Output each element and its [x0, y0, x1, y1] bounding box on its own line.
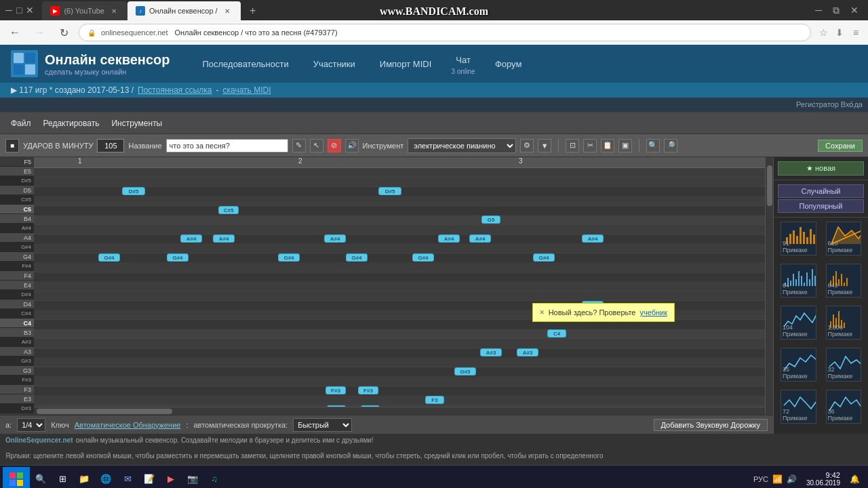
- key-g4[interactable]: G4: [0, 252, 34, 262]
- key-fs4[interactable]: F#4: [0, 262, 34, 271]
- key-e3[interactable]: E3: [0, 394, 34, 404]
- thumb-2[interactable]: 610 Примаке: [826, 222, 862, 256]
- key-fs3[interactable]: F#3: [0, 375, 34, 385]
- grid-content[interactable]: D#5 D#5 C#5 G5 A#4 A#4 A#4 A#4 A#4 A#4: [34, 168, 765, 407]
- tooltip-close-icon[interactable]: ×: [540, 308, 545, 317]
- win-close[interactable]: ✕: [846, 5, 863, 16]
- note-as4-4[interactable]: A#4: [438, 235, 460, 243]
- key-detection-link[interactable]: Автоматическое Обнаружение: [75, 421, 181, 429]
- note-fs3-2[interactable]: F#3: [358, 386, 378, 394]
- camera-icon[interactable]: 📷: [182, 468, 203, 489]
- note-as3-2[interactable]: A#3: [517, 348, 538, 357]
- key-g3[interactable]: G3: [0, 366, 34, 375]
- tooltip-link[interactable]: учебник: [639, 308, 667, 317]
- thumb-7[interactable]: 35 Примаке: [781, 348, 816, 382]
- key-b3[interactable]: B3: [0, 328, 34, 338]
- down-arrow-icon[interactable]: ▼: [538, 139, 551, 152]
- note-e3-1[interactable]: E3: [327, 405, 346, 407]
- thumb-4[interactable]: 643 Примаке: [826, 264, 862, 298]
- random-button[interactable]: Случайный: [778, 184, 864, 198]
- bpm-input[interactable]: [97, 139, 124, 152]
- nav-forum[interactable]: Форум: [490, 56, 528, 72]
- key-a4[interactable]: A4: [0, 233, 34, 243]
- stop-tool-icon[interactable]: ⊘: [328, 139, 341, 152]
- key-ds4[interactable]: D#4: [0, 290, 34, 300]
- thumb-1[interactable]: 91 Примаке: [781, 222, 816, 256]
- note-ds5-2[interactable]: D#5: [378, 187, 401, 195]
- cut-tool-icon[interactable]: ✂: [583, 139, 597, 152]
- thumb-10[interactable]: 36 Примаке: [826, 390, 862, 424]
- key-d5[interactable]: D5: [0, 186, 34, 195]
- note-f3-1[interactable]: F3: [425, 396, 444, 404]
- beat-select[interactable]: 1/4 1/8 1/2: [17, 418, 45, 432]
- key-cs5[interactable]: C#5: [0, 195, 34, 205]
- edge-icon[interactable]: 🌐: [95, 468, 117, 489]
- note-as4-5[interactable]: A#4: [469, 235, 491, 243]
- note-as4-1[interactable]: A#4: [180, 235, 202, 243]
- tab-sequencer[interactable]: ♪ Онлайн секвенсор / ✕: [127, 1, 241, 20]
- nav-participants[interactable]: Участники: [308, 56, 361, 72]
- key-c5[interactable]: C5: [0, 205, 34, 214]
- note-as4-2[interactable]: A#4: [213, 235, 235, 243]
- thumb-3[interactable]: 64 Примаке: [781, 264, 816, 298]
- tab-sequencer-close[interactable]: ✕: [222, 5, 233, 16]
- key-as3[interactable]: A#3: [0, 338, 34, 347]
- v-scrollbar[interactable]: [765, 157, 773, 415]
- note-as4-6[interactable]: A#4: [582, 235, 604, 243]
- note-e3-2[interactable]: E3: [361, 405, 380, 407]
- zoom-tool-icon[interactable]: 🔎: [664, 139, 677, 152]
- window-restore[interactable]: □: [16, 5, 22, 16]
- note-gs4-3[interactable]: G#4: [278, 253, 300, 262]
- popular-button[interactable]: Популярный: [778, 199, 864, 213]
- note-gs4-4[interactable]: G#4: [346, 253, 368, 262]
- key-gs4[interactable]: G#4: [0, 243, 34, 252]
- forward-button[interactable]: →: [30, 23, 49, 42]
- stop-button[interactable]: ■: [5, 139, 19, 152]
- note-fs3-1[interactable]: F#3: [326, 386, 346, 394]
- note-cs5-1[interactable]: C#5: [218, 206, 239, 214]
- tab-youtube-close[interactable]: ✕: [108, 5, 119, 16]
- breadcrumb-permalink[interactable]: Постоянная ссылка: [138, 85, 212, 95]
- key-b4[interactable]: B4: [0, 214, 34, 224]
- key-ds3[interactable]: D#3: [0, 404, 34, 413]
- refresh-button[interactable]: ↻: [54, 23, 73, 42]
- note-gs4-2[interactable]: G#4: [167, 253, 189, 262]
- note-gs3-1[interactable]: G#3: [454, 367, 476, 375]
- key-d4[interactable]: D4: [0, 300, 34, 309]
- cursor-tool-icon[interactable]: ↖: [310, 139, 323, 152]
- new-sequence-button[interactable]: ★ новая: [778, 161, 864, 176]
- note-gs4-1[interactable]: G#4: [98, 253, 120, 262]
- window-minimize[interactable]: ─: [5, 5, 12, 16]
- win-restore[interactable]: ⧉: [829, 5, 844, 16]
- note-c4-1[interactable]: C4: [547, 329, 566, 338]
- nav-chat[interactable]: Чат: [450, 52, 476, 68]
- note-g5-1[interactable]: G5: [481, 216, 500, 224]
- note-as3-1[interactable]: A#3: [480, 348, 502, 357]
- new-tab-button[interactable]: +: [243, 1, 262, 20]
- key-ds5[interactable]: D#5: [0, 176, 34, 186]
- key-as4[interactable]: A#4: [0, 224, 34, 233]
- select-tool-icon[interactable]: ▣: [618, 139, 632, 152]
- thumb-6[interactable]: 1,306 Примаке: [826, 306, 862, 340]
- paste-tool-icon[interactable]: 📋: [601, 139, 614, 152]
- note-ds5-1[interactable]: D#5: [122, 187, 145, 195]
- thumb-5[interactable]: 104 Примаке: [781, 306, 816, 340]
- nav-midi[interactable]: Импорт MIDI: [374, 56, 437, 72]
- notification-icon[interactable]: 🔔: [850, 474, 860, 484]
- copy-tool-icon[interactable]: ⊡: [566, 139, 579, 152]
- add-track-button[interactable]: Добавить Звуковую Дорожку: [654, 419, 768, 431]
- menu-file[interactable]: Файл: [5, 117, 37, 129]
- note-gs4-6[interactable]: G#4: [533, 253, 555, 262]
- window-close[interactable]: ✕: [26, 5, 34, 16]
- taskview-icon[interactable]: ⊞: [52, 468, 73, 489]
- start-button[interactable]: [3, 467, 30, 489]
- download-icon[interactable]: ⬇: [833, 26, 846, 39]
- media-icon[interactable]: ▶: [160, 468, 182, 489]
- back-button[interactable]: ←: [5, 23, 24, 42]
- notes-icon[interactable]: 📝: [138, 468, 160, 489]
- spotify-icon[interactable]: ♫: [203, 468, 225, 489]
- key-f5[interactable]: F5: [0, 157, 34, 167]
- scroll-select[interactable]: Быстрый Медленный Выключен: [293, 418, 352, 432]
- edit-tool-icon[interactable]: ✎: [292, 139, 306, 152]
- bookmark-icon[interactable]: ☆: [816, 26, 830, 39]
